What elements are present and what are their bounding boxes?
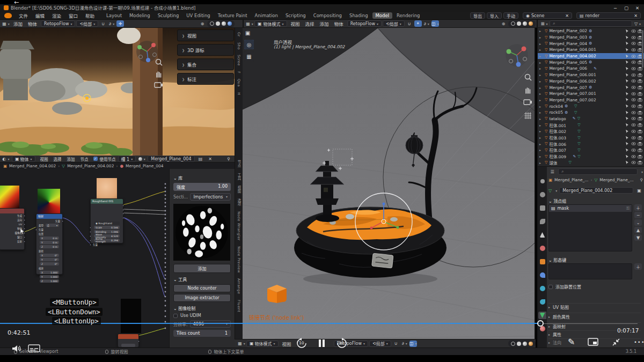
- selectable-icon[interactable]: [625, 60, 630, 64]
- expand-arrow-icon[interactable]: ▸: [539, 67, 543, 70]
- hide-eye-icon[interactable]: [631, 54, 636, 58]
- object-name[interactable]: Merged_Plane_004.002: [549, 54, 596, 58]
- value-field[interactable]: Y0°: [36, 257, 62, 262]
- material-icon[interactable]: ▾: [138, 156, 145, 162]
- npanel-section-header[interactable]: ❯ 3D 游标: [177, 44, 234, 56]
- cursor-select-tool[interactable]: ▣: [244, 29, 251, 36]
- expand-arrow-icon[interactable]: ▸: [539, 148, 543, 152]
- selectable-icon[interactable]: [625, 116, 630, 121]
- player-back-arrow-icon[interactable]: ←: [14, 0, 19, 6]
- expand-arrow-icon[interactable]: ▸: [539, 86, 543, 90]
- node-slider[interactable]: Bump strength0.294: [91, 238, 123, 242]
- hide-eye-icon[interactable]: [631, 136, 636, 140]
- editor-type-icon[interactable]: ▦▾: [246, 20, 253, 27]
- subtitles-icon[interactable]: [28, 344, 41, 353]
- expand-arrow-icon[interactable]: ▸: [539, 61, 543, 64]
- grid-toggle-icon[interactable]: [524, 112, 532, 120]
- npanel-section-header[interactable]: ❯ 集合: [177, 58, 234, 70]
- outliner-search-input[interactable]: ⌕: [550, 20, 632, 27]
- expand-arrow-icon[interactable]: ▸: [539, 29, 543, 33]
- tab-object[interactable]: [538, 258, 546, 265]
- tab-modifiers[interactable]: [538, 271, 546, 279]
- workspace-tab[interactable]: Model: [372, 12, 393, 19]
- object-name[interactable]: Merged_Plane_004.001: [549, 47, 596, 52]
- solid-shading-icon[interactable]: [517, 21, 521, 26]
- outliner-row[interactable]: ▸ ▽ Merged_Plane_006.002 ⚙ ✎ ▽: [538, 78, 644, 85]
- viewport-menu-item[interactable]: 选择: [303, 20, 317, 27]
- move-up-button[interactable]: ▲: [634, 227, 642, 233]
- selectable-icon[interactable]: [625, 129, 630, 134]
- npanel-section-header[interactable]: ❯ 视图: [177, 29, 234, 41]
- value-field[interactable]: Z0°: [36, 262, 62, 266]
- render-camera-icon[interactable]: [638, 116, 642, 121]
- move-down-button[interactable]: ▼: [634, 234, 642, 241]
- manual-button[interactable]: 手动: [503, 12, 518, 19]
- outliner-row[interactable]: ▸ ▽ rock05 ⚙ ✎ ▽: [538, 109, 644, 116]
- image-paint-section-header[interactable]: ⌄ 图像绘制: [173, 305, 231, 311]
- camera-view-icon[interactable]: [154, 82, 163, 88]
- properties-filter-icon[interactable]: ☰: [548, 168, 556, 175]
- expand-arrow-icon[interactable]: ▸: [539, 48, 543, 51]
- material-slot-dropdown[interactable]: 槽 1▾: [118, 156, 136, 162]
- add-shapekey-button[interactable]: ＋: [634, 263, 642, 270]
- outliner-row[interactable]: ▸ ▽ Merged_Plane_003 ⚙ ✎ ▽: [538, 34, 644, 41]
- selectable-icon[interactable]: [625, 123, 630, 127]
- tab-scene[interactable]: [538, 231, 546, 239]
- expand-arrow-icon[interactable]: ▸: [539, 136, 543, 139]
- outliner-row[interactable]: ▸ ▽ 柱体.009 ⚙ ✎ ▽: [538, 153, 644, 160]
- sidebar-tab[interactable]: 选项: [236, 198, 241, 206]
- sidebar-tab[interactable]: Sho: [237, 42, 241, 50]
- menu-item[interactable]: 窗口: [65, 12, 82, 19]
- render-camera-icon[interactable]: [638, 123, 642, 127]
- outliner-row[interactable]: ▸ ▽ tatalogo ⚙ ✎ ▽: [538, 116, 644, 122]
- editor-type-icon[interactable]: ▦▾: [238, 341, 245, 347]
- sidebar-tab[interactable]: H: [237, 92, 241, 95]
- properties-search-input[interactable]: ⌕: [558, 168, 638, 175]
- render-camera-icon[interactable]: [638, 136, 642, 140]
- workspace-tab[interactable]: Compositing: [310, 12, 345, 19]
- wireframe-shading-icon[interactable]: [511, 21, 515, 26]
- udim-checkbox[interactable]: [173, 314, 178, 318]
- object-name[interactable]: Merged_Plane_006: [549, 66, 587, 71]
- sidebar-tab[interactable]: Qua: [237, 79, 241, 87]
- library-section-header[interactable]: ⌄ 库: [173, 175, 231, 181]
- sidebar-tab[interactable]: 视图: [236, 186, 241, 193]
- properties-options-icon[interactable]: ▾: [641, 170, 643, 174]
- menu-item[interactable]: 帮助: [82, 12, 98, 19]
- properties-section-header[interactable]: ▸ UV 贴图: [548, 303, 641, 311]
- selectable-icon[interactable]: [625, 48, 630, 52]
- selectable-icon[interactable]: [625, 154, 630, 159]
- viewport-menu-item[interactable]: 物体: [332, 20, 346, 27]
- material-shading-icon[interactable]: [523, 21, 527, 26]
- shrink-button[interactable]: [611, 337, 621, 347]
- annotate-pencil-button[interactable]: ✎: [568, 337, 575, 347]
- render-camera-icon[interactable]: [638, 154, 642, 159]
- workspace-tab[interactable]: Texture Paint: [215, 12, 251, 19]
- tab-physics[interactable]: [538, 298, 546, 306]
- maximize-button[interactable]: ▢: [624, 4, 628, 12]
- material-shading-icon[interactable]: [523, 342, 527, 346]
- render-camera-icon[interactable]: [638, 142, 642, 146]
- expand-arrow-icon[interactable]: ▸: [539, 105, 543, 108]
- skip-back-10-button[interactable]: 10: [296, 338, 307, 349]
- selectable-icon[interactable]: [625, 92, 630, 96]
- sidebar-tab[interactable]: Scree: [237, 55, 241, 66]
- shader-node-editor[interactable]: 生成 法向 UV 物体 摄像机 窗口: [0, 156, 235, 348]
- workspace-tab[interactable]: Shading: [346, 12, 371, 19]
- proportional-edit-icon[interactable]: ∂▾: [423, 20, 430, 27]
- sidebar-tab[interactable]: F: [237, 71, 241, 73]
- shader-menu-item[interactable]: 视图: [38, 156, 51, 162]
- overlays-toggle-icon[interactable]: ⊕: [199, 20, 206, 27]
- outliner-row[interactable]: ▸ ▽ Merged_Plane_004.002 ⚙ ✎ ▽: [538, 53, 644, 60]
- rendered-shading-icon[interactable]: [529, 342, 533, 346]
- mesh-name-field[interactable]: Merged_Plane_004.002: [559, 187, 633, 194]
- wireframe-shading-icon[interactable]: [210, 21, 214, 26]
- outliner-row[interactable]: ▸ ▽ Merged_Plane_006.001 ⚙ ✎ ▽: [538, 72, 644, 78]
- viewport-menu-item[interactable]: 视图: [280, 341, 294, 347]
- sidebar-tab[interactable]: Fluent: [237, 300, 241, 312]
- editor-type-icon[interactable]: ◐▾: [2, 156, 10, 162]
- hide-eye-icon[interactable]: [631, 92, 636, 96]
- lock-icon[interactable]: ⚿: [626, 206, 630, 211]
- object-name[interactable]: Merged_Plane_007.001: [549, 91, 596, 96]
- properties-section-header[interactable]: ▸ 颜色属性: [548, 313, 641, 320]
